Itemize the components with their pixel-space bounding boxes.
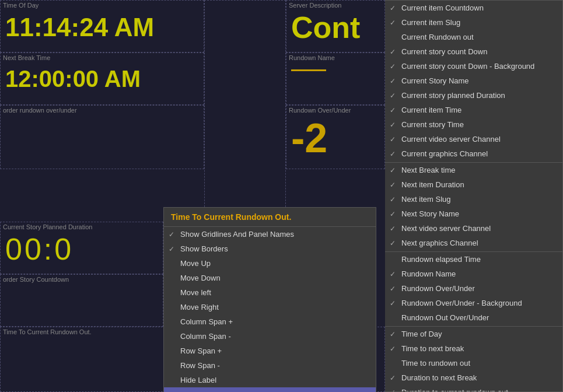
current-story-planned-label: Current Story Planned Duration — [1, 222, 163, 232]
right-menu-item-25[interactable]: Duration to next Break — [385, 370, 562, 385]
context-menu-right[interactable]: Current item CountdownCurrent item SlugC… — [385, 0, 563, 392]
left-menu-item-3[interactable]: Move Down — [164, 271, 376, 285]
left-menu-item-2[interactable]: Move Up — [164, 256, 376, 271]
left-menu-item-1[interactable]: Show Borders — [164, 242, 376, 256]
right-menu-item-11[interactable]: Next Break time — [385, 162, 562, 177]
left-menu-item-7[interactable]: Column Span - — [164, 329, 376, 344]
right-menu-item-26[interactable]: Duration to current rundown out — [385, 385, 562, 392]
right-menu-item-20[interactable]: Rundown Over/Under - Background — [385, 296, 562, 310]
left-menu-item-0[interactable]: Show Gridlines And Panel Names — [164, 227, 376, 242]
right-menu-item-14[interactable]: Next Story Name — [385, 206, 562, 221]
time-of-day-value: 11:14:24 AM — [1, 10, 204, 43]
rundown-name-label: Rundown Name — [286, 53, 384, 62]
left-menu-item-9[interactable]: Row Span - — [164, 358, 376, 373]
cell-next-break: Next Break Time 12:00:00 AM — [0, 52, 204, 105]
rundown-dash — [291, 69, 326, 71]
cell-time-of-day: Time Of Day 11:14:24 AM — [0, 0, 204, 52]
right-menu-item-16[interactable]: Next graphics Channel — [385, 236, 562, 250]
right-menu-item-3[interactable]: Current story count Down — [385, 44, 562, 59]
right-menu-item-6[interactable]: Current story planned Duration — [385, 88, 562, 103]
left-menu-item-11[interactable]: Show — [164, 387, 376, 392]
left-menu-item-8[interactable]: Row Span + — [164, 344, 376, 358]
right-menu-item-10[interactable]: Current graphics Channel — [385, 146, 562, 161]
cell-rundown-name: Rundown Name — [286, 52, 385, 105]
cell-order-rundown: order rundown over/under — [0, 105, 204, 169]
right-menu-item-2[interactable]: Current Rundown out — [385, 30, 562, 44]
right-menu-item-5[interactable]: Current Story Name — [385, 74, 562, 88]
left-menu-items: Show Gridlines And Panel NamesShow Borde… — [164, 227, 376, 392]
left-menu-item-4[interactable]: Move left — [164, 285, 376, 300]
right-menu-item-22[interactable]: Time of Day — [385, 326, 562, 341]
right-menu-item-15[interactable]: Next video server Channel — [385, 221, 562, 236]
right-menu-item-23[interactable]: Time to next break — [385, 341, 562, 356]
next-break-value: 12:00:00 AM — [1, 62, 204, 93]
right-menu-item-18[interactable]: Rundown Name — [385, 267, 562, 281]
cell-current-story-planned: Current Story Planned Duration 00:0 — [0, 222, 163, 274]
right-menu-item-7[interactable]: Current item Time — [385, 103, 562, 117]
left-menu-item-5[interactable]: Move Right — [164, 300, 376, 314]
right-menu-item-9[interactable]: Current video server Channel — [385, 132, 562, 146]
server-desc-label: Server Description — [286, 1, 384, 10]
right-panel — [204, 0, 286, 222]
right-menu-item-8[interactable]: Current story Time — [385, 117, 562, 132]
story-countdown-label: order Story Countdown — [1, 275, 163, 284]
right-menu-item-12[interactable]: Next item Duration — [385, 177, 562, 192]
order-rundown-label: order rundown over/under — [1, 106, 204, 115]
cell-server-desc: Server Description Cont — [286, 0, 385, 52]
time-of-day-label: Time Of Day — [1, 1, 204, 10]
right-menu-item-0[interactable]: Current item Countdown — [385, 1, 562, 15]
right-menu-item-13[interactable]: Next item Slug — [385, 192, 562, 206]
right-menu-item-17[interactable]: Rundown elapsed Time — [385, 251, 562, 267]
cell-rundown-over: Rundown Over/Under -2 — [286, 105, 385, 169]
next-break-label: Next Break Time — [1, 53, 204, 62]
rundown-over-label: Rundown Over/Under — [286, 106, 384, 115]
context-menu-header: Time To Current Rundown Out. — [164, 208, 376, 227]
left-menu-item-10[interactable]: Hide Label — [164, 373, 376, 387]
right-menu-item-4[interactable]: Current story count Down - Background — [385, 59, 562, 74]
server-desc-value: Cont — [286, 10, 384, 45]
right-menu-item-21[interactable]: Rundown Out Over/Under — [385, 310, 562, 325]
context-menu-left[interactable]: Time To Current Rundown Out. Show Gridli… — [163, 207, 376, 392]
current-story-planned-value: 00:0 — [1, 232, 163, 267]
right-menu-item-24[interactable]: Time to rundown out — [385, 356, 562, 370]
left-menu-item-6[interactable]: Column Span + — [164, 314, 376, 329]
right-menu-items: Current item CountdownCurrent item SlugC… — [385, 1, 562, 392]
cell-story-countdown: order Story Countdown — [0, 274, 163, 327]
rundown-over-value: -2 — [286, 115, 384, 162]
right-menu-item-1[interactable]: Current item Slug — [385, 15, 562, 30]
right-menu-item-19[interactable]: Rundown Over/Under — [385, 281, 562, 296]
